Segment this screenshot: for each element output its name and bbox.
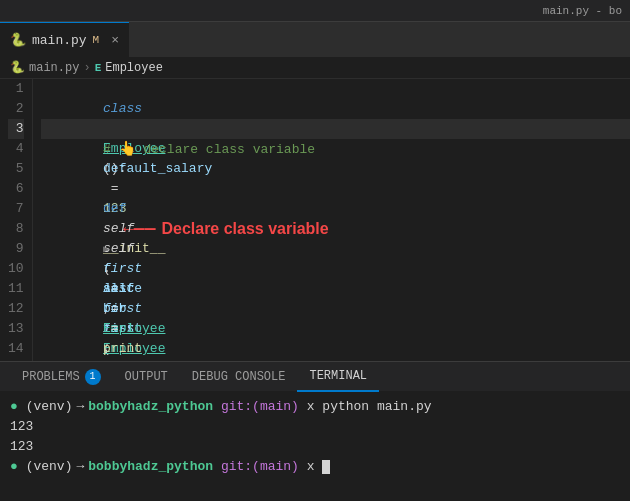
terminal-dot-4: ● [10,457,18,477]
tab-terminal-label: TERMINAL [309,369,367,383]
terminal-line-1: ● (venv) → bobbyhadz_python git:(main) x… [10,397,620,417]
titlebar-text: main.py - bo [543,5,622,17]
tab-debug-label: DEBUG CONSOLE [192,370,286,384]
collapse-icon[interactable]: ▶ [103,244,109,255]
code-line-1: class Employee (): [41,79,630,99]
annotation-text: Declare class variable [161,219,328,239]
tabbar: 🐍 main.py M × [0,22,630,57]
line-numbers: 1 2 3 4 5 6 7 8 9 10 11 12 13 14 15 [0,79,33,361]
terminal-line-2: 123 [10,417,620,437]
tab-problems-label: PROBLEMS [22,370,80,384]
tab-debug-console[interactable]: DEBUG CONSOLE [180,362,298,392]
breadcrumb-file[interactable]: main.py [29,61,79,75]
tab-icon: 🐍 [10,32,26,48]
tab-output[interactable]: OUTPUT [113,362,180,392]
problems-badge: 1 [85,369,101,385]
breadcrumb-symbol[interactable]: Employee [105,61,163,75]
tab-problems[interactable]: PROBLEMS 1 [10,362,113,392]
editor: 1 2 3 4 5 6 7 8 9 10 11 12 13 14 15 clas… [0,79,630,361]
tab-close-icon[interactable]: × [111,33,119,48]
code-content: class Employee (): # 👆 declare class var… [33,79,630,361]
tab-modified: M [93,34,100,46]
breadcrumb-separator: › [83,61,90,75]
tab-terminal[interactable]: TERMINAL [297,362,379,392]
breadcrumb: 🐍 main.py › E Employee [0,57,630,79]
breadcrumb-icon: 🐍 [10,60,25,75]
titlebar: main.py - bo [0,0,630,22]
terminal-line-4: ● (venv) → bobbyhadz_python git:(main) x [10,457,620,477]
tab-label: main.py [32,33,87,48]
terminal[interactable]: ● (venv) → bobbyhadz_python git:(main) x… [0,391,630,483]
tab-main-py[interactable]: 🐍 main.py M × [0,22,129,57]
breadcrumb-symbol-icon: E [95,62,102,74]
bottom-tabs: PROBLEMS 1 OUTPUT DEBUG CONSOLE TERMINAL [0,361,630,391]
terminal-dot-1: ● [10,397,18,417]
terminal-line-3: 123 [10,437,620,457]
tab-output-label: OUTPUT [125,370,168,384]
terminal-cursor [322,460,330,474]
